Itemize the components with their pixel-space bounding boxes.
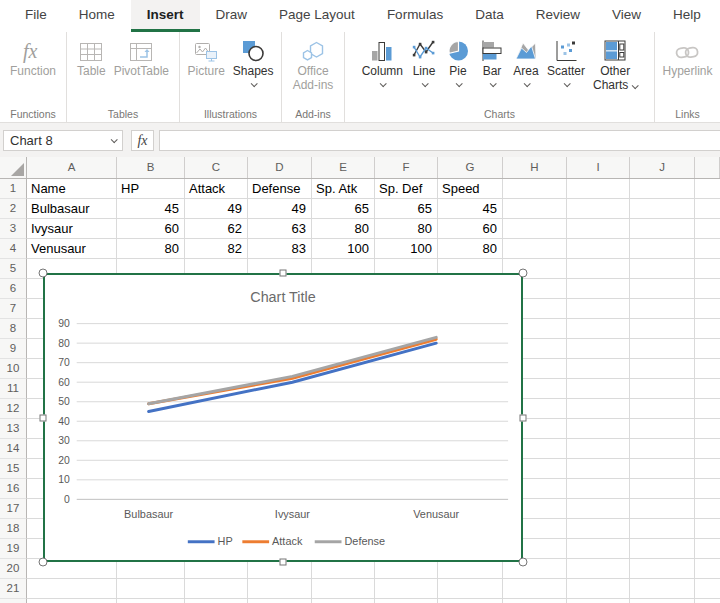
cell-G3[interactable]: 60: [438, 219, 503, 239]
cell-H1[interactable]: [503, 179, 567, 199]
cell-D21[interactable]: [248, 579, 312, 599]
cell-J7[interactable]: [630, 299, 695, 319]
cell-A21[interactable]: [27, 579, 117, 599]
cell-filler-8[interactable]: [695, 319, 720, 339]
column-header-b[interactable]: B: [117, 157, 185, 178]
cell-filler-19[interactable]: [695, 539, 720, 559]
cell-G4[interactable]: 80: [438, 239, 503, 259]
chart-selection-handle[interactable]: [40, 414, 47, 421]
row-header-4[interactable]: 4: [0, 239, 27, 259]
embedded-chart[interactable]: Chart Title0102030405060708090BulbasaurI…: [43, 273, 523, 562]
column-header-j[interactable]: J: [630, 157, 695, 178]
cell-G21[interactable]: [438, 579, 503, 599]
cell-I9[interactable]: [567, 339, 630, 359]
cell-J5[interactable]: [630, 259, 695, 279]
tab-home[interactable]: Home: [63, 0, 131, 32]
cell-J19[interactable]: [630, 539, 695, 559]
other-charts-button[interactable]: OtherCharts: [589, 37, 641, 92]
cell-F21[interactable]: [375, 579, 438, 599]
formula-input[interactable]: [159, 130, 720, 151]
chart-selection-handle[interactable]: [280, 270, 287, 277]
cell-filler-21[interactable]: [695, 579, 720, 599]
cell-B22[interactable]: [117, 599, 185, 603]
name-box[interactable]: Chart 8: [3, 130, 123, 151]
row-header-1[interactable]: 1: [0, 179, 27, 199]
cell-C20[interactable]: [185, 559, 248, 579]
cell-A4[interactable]: Venusaur: [27, 239, 117, 259]
row-header-11[interactable]: 11: [0, 379, 27, 399]
cell-E20[interactable]: [312, 559, 375, 579]
tab-draw[interactable]: Draw: [200, 0, 264, 32]
cell-H21[interactable]: [503, 579, 567, 599]
cell-I14[interactable]: [567, 439, 630, 459]
tab-insert[interactable]: Insert: [131, 0, 200, 32]
tab-file[interactable]: File: [9, 0, 63, 32]
column-chart-button[interactable]: Column: [358, 37, 407, 90]
cell-H4[interactable]: [503, 239, 567, 259]
column-header-g[interactable]: G: [438, 157, 503, 178]
column-header-i[interactable]: I: [567, 157, 630, 178]
cell-I2[interactable]: [567, 199, 630, 219]
cell-I8[interactable]: [567, 319, 630, 339]
chart-selection-handle[interactable]: [520, 414, 527, 421]
cell-H3[interactable]: [503, 219, 567, 239]
column-header-f[interactable]: F: [375, 157, 438, 178]
cell-I12[interactable]: [567, 399, 630, 419]
select-all-corner[interactable]: [0, 157, 27, 178]
cell-C3[interactable]: 62: [185, 219, 248, 239]
row-header-9[interactable]: 9: [0, 339, 27, 359]
tab-formulas[interactable]: Formulas: [371, 0, 459, 32]
cell-filler-2[interactable]: [695, 199, 720, 219]
cell-F2[interactable]: 65: [375, 199, 438, 219]
cell-J1[interactable]: [630, 179, 695, 199]
line-chart-button[interactable]: Line: [407, 37, 441, 90]
cell-filler-17[interactable]: [695, 499, 720, 519]
row-header-3[interactable]: 3: [0, 219, 27, 239]
cell-filler-11[interactable]: [695, 379, 720, 399]
cell-H2[interactable]: [503, 199, 567, 219]
cell-B2[interactable]: 45: [117, 199, 185, 219]
cell-filler-18[interactable]: [695, 519, 720, 539]
cell-A1[interactable]: Name: [27, 179, 117, 199]
row-header-8[interactable]: 8: [0, 319, 27, 339]
row-header-12[interactable]: 12: [0, 399, 27, 419]
cell-J22[interactable]: [630, 599, 695, 603]
cell-filler-3[interactable]: [695, 219, 720, 239]
chart-selection-handle[interactable]: [519, 269, 528, 278]
row-header-15[interactable]: 15: [0, 459, 27, 479]
row-header-17[interactable]: 17: [0, 499, 27, 519]
cell-I11[interactable]: [567, 379, 630, 399]
cell-E22[interactable]: [312, 599, 375, 603]
cell-F4[interactable]: 100: [375, 239, 438, 259]
cell-I1[interactable]: [567, 179, 630, 199]
cell-B4[interactable]: 80: [117, 239, 185, 259]
cell-E1[interactable]: Sp. Atk: [312, 179, 375, 199]
cell-F20[interactable]: [375, 559, 438, 579]
column-header-e[interactable]: E: [312, 157, 375, 178]
cell-H20[interactable]: [503, 559, 567, 579]
cell-J9[interactable]: [630, 339, 695, 359]
cell-I21[interactable]: [567, 579, 630, 599]
cell-D4[interactable]: 83: [248, 239, 312, 259]
cell-I6[interactable]: [567, 279, 630, 299]
cell-filler-9[interactable]: [695, 339, 720, 359]
cell-filler-14[interactable]: [695, 439, 720, 459]
cell-I16[interactable]: [567, 479, 630, 499]
cell-J13[interactable]: [630, 419, 695, 439]
cell-I17[interactable]: [567, 499, 630, 519]
cell-E21[interactable]: [312, 579, 375, 599]
cell-G22[interactable]: [438, 599, 503, 603]
cell-I7[interactable]: [567, 299, 630, 319]
cell-filler-15[interactable]: [695, 459, 720, 479]
cell-D1[interactable]: Defense: [248, 179, 312, 199]
row-header-16[interactable]: 16: [0, 479, 27, 499]
cell-D2[interactable]: 49: [248, 199, 312, 219]
row-header-19[interactable]: 19: [0, 539, 27, 559]
tab-page-layout[interactable]: Page Layout: [263, 0, 371, 32]
cell-J21[interactable]: [630, 579, 695, 599]
cell-D3[interactable]: 63: [248, 219, 312, 239]
cell-filler-13[interactable]: [695, 419, 720, 439]
cell-D22[interactable]: [248, 599, 312, 603]
cell-H22[interactable]: [503, 599, 567, 603]
cell-I5[interactable]: [567, 259, 630, 279]
